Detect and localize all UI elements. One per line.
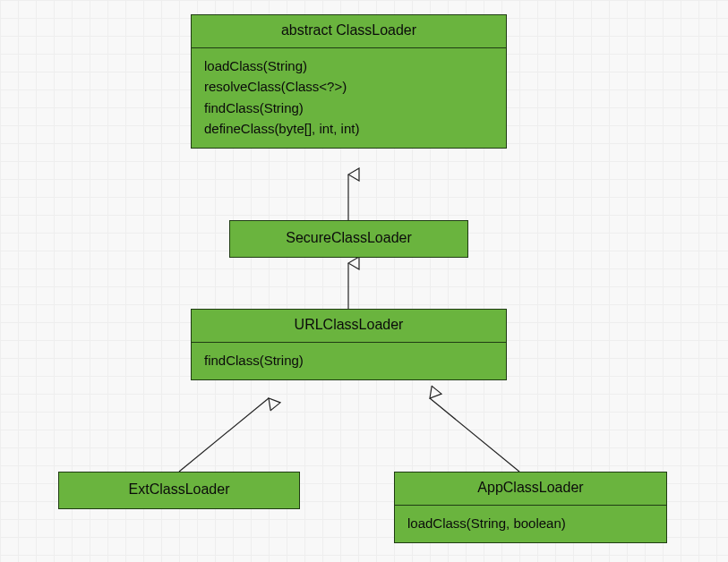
class-box-appclassloader: AppClassLoader loadClass(String, boolean… [394, 472, 667, 543]
class-methods: findClass(String) [192, 342, 506, 379]
class-title: ExtClassLoader [59, 473, 299, 508]
inheritance-arrow [430, 398, 519, 472]
class-methods: loadClass(String) resolveClass(Class<?>)… [192, 47, 506, 148]
inheritance-arrow [179, 398, 269, 472]
method: resolveClass(Class<?>) [204, 76, 493, 97]
class-box-secureclassloader: SecureClassLoader [229, 220, 468, 258]
class-title: abstract ClassLoader [192, 15, 506, 47]
method: findClass(String) [204, 98, 493, 118]
method: loadClass(String, boolean) [407, 513, 654, 533]
class-title: SecureClassLoader [230, 221, 467, 257]
class-box-urlclassloader: URLClassLoader findClass(String) [191, 309, 507, 380]
method: loadClass(String) [204, 55, 493, 76]
method: defineClass(byte[], int, int) [204, 118, 493, 139]
method: findClass(String) [204, 350, 493, 370]
class-methods: loadClass(String, boolean) [395, 505, 666, 542]
class-box-extclassloader: ExtClassLoader [58, 472, 300, 509]
class-title: URLClassLoader [192, 310, 506, 342]
class-box-classloader: abstract ClassLoader loadClass(String) r… [191, 14, 507, 149]
class-title: AppClassLoader [395, 473, 666, 505]
